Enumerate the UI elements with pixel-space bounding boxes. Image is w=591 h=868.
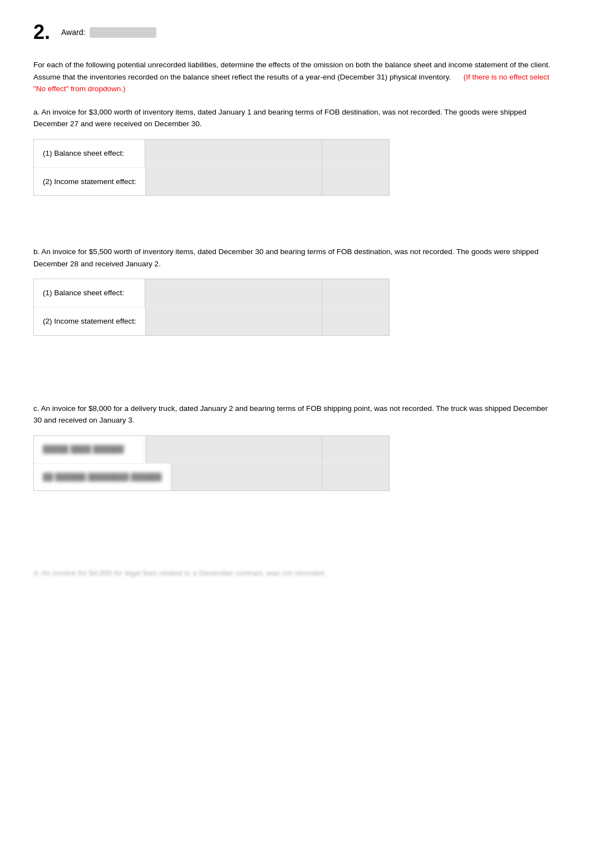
question-header: 2. Award: [33,22,558,42]
scenario-a-dropdown-2[interactable] [146,168,322,196]
scenario-c-table: █████ ████ ██████ ██ ██████ ████████ ███… [33,435,390,492]
scenario-c-row-1: █████ ████ ██████ [34,436,389,464]
scenario-b-input-2[interactable] [322,307,389,335]
scenario-c-input-2[interactable] [322,464,389,491]
scenario-b-input-1[interactable] [322,279,389,307]
question-number: 2. [33,22,50,42]
scenario-a-input-2[interactable] [322,168,389,196]
scenario-b-row-2: (2) Income statement effect: [34,307,389,335]
scenario-b-table: (1) Balance sheet effect: (2) Income sta… [33,279,390,335]
scenario-a-table: (1) Balance sheet effect: (2) Income sta… [33,139,390,196]
scenario-c-label-1-blurred: █████ ████ ██████ [34,436,145,463]
scenario-b: b. An invoice for $5,500 worth of invent… [33,246,558,335]
scenario-c-dropdown-2[interactable] [171,464,322,491]
bottom-blurred-note: d. An invoice for $4,000 for legal fees … [33,569,558,577]
award-label: Award: [61,28,85,37]
scenario-b-dropdown-2[interactable] [146,307,322,335]
scenario-c-dropdown-1[interactable] [145,436,322,463]
scenario-a: a. An invoice for $3,000 worth of invent… [33,106,558,196]
scenario-c-row-2: ██ ██████ ████████ ██████ [34,464,389,491]
scenario-a-text: a. An invoice for $3,000 worth of invent… [33,106,558,130]
scenario-c: c. An invoice for $8,000 for a delivery … [33,403,558,492]
scenario-a-input-1[interactable] [322,140,389,167]
scenario-b-row-1: (1) Balance sheet effect: [34,279,389,307]
award-row: Award: [61,27,156,38]
scenario-a-dropdown-1[interactable] [145,140,322,167]
scenario-c-label-2-blurred: ██ ██████ ████████ ██████ [34,464,171,491]
scenario-c-input-1[interactable] [322,436,389,463]
scenario-a-row-1: (1) Balance sheet effect: [34,140,389,168]
scenario-b-label-2: (2) Income statement effect: [34,307,146,335]
scenario-b-dropdown-1[interactable] [145,279,322,307]
instructions-block: For each of the following potential unre… [33,59,558,95]
scenario-c-text: c. An invoice for $8,000 for a delivery … [33,403,558,426]
scenario-a-row-2: (2) Income statement effect: [34,168,389,196]
scenario-b-label-1: (1) Balance sheet effect: [34,279,145,307]
scenario-a-label-1: (1) Balance sheet effect: [34,140,145,167]
scenario-b-text: b. An invoice for $5,500 worth of invent… [33,246,558,270]
scenario-a-label-2: (2) Income statement effect: [34,168,146,196]
award-value [90,27,156,38]
